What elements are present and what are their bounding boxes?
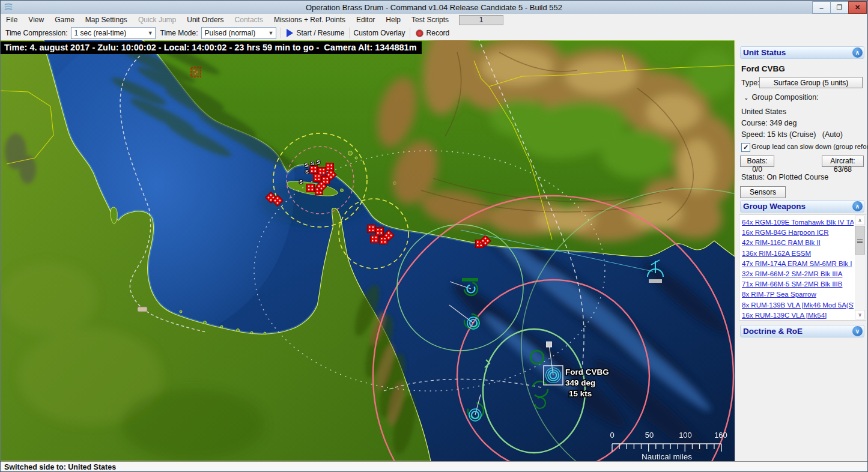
toolbar-separator [281, 28, 281, 38]
scrollbar[interactable]: ∧ ∨ [855, 216, 865, 319]
menu-unit-orders[interactable]: Unit Orders [181, 14, 229, 25]
map-area[interactable]: S S S S S [1, 40, 735, 461]
collapse-up-icon[interactable]: ∧ [852, 47, 863, 58]
minimize-button[interactable]: – [812, 1, 831, 14]
panel-header-group-weapons[interactable]: Group Weapons ∧ [740, 200, 864, 213]
weapon-link[interactable]: 32x RIM-66M-2 SM-2MR Blk IIIA [742, 269, 854, 279]
weapon-link[interactable]: 16x RGM-84G Harpoon ICR [742, 228, 854, 238]
svg-text:S: S [305, 169, 309, 175]
menu-quick-jump: Quick Jump [133, 14, 181, 25]
group-weapons-title: Group Weapons [743, 202, 852, 211]
time-mode-label: Time Mode: [160, 29, 198, 37]
weapon-link[interactable]: 8x RIM-7P Sea Sparrow [742, 289, 854, 300]
chevron-down-icon: ▼ [267, 28, 276, 38]
toolbar: Time Compression: 1 sec (real-time) ▼ Ti… [1, 26, 867, 41]
play-icon[interactable] [287, 29, 293, 37]
test-scripts-counter-field[interactable]: 1 [459, 15, 503, 25]
start-resume-button[interactable]: Start / Resume [297, 29, 345, 37]
status-bar: Switched side to: United States [1, 461, 867, 472]
menu-bar: File View Game Map Settings Quick Jump U… [1, 14, 867, 26]
chevron-down-icon: ⌄ [744, 94, 748, 101]
aircraft-altitude-bar [649, 279, 662, 283]
menu-file[interactable]: File [1, 14, 23, 25]
scroll-down-icon[interactable]: ∨ [855, 310, 865, 319]
window-title: Operation Brass Drum - Command v1.04 Rel… [1, 3, 867, 12]
scrollbar-thumb[interactable] [855, 226, 865, 255]
menu-game[interactable]: Game [49, 14, 80, 25]
svg-text:160: 160 [714, 431, 727, 440]
weapon-link[interactable]: 71x RIM-66M-5 SM-2MR Blk IIIB [742, 279, 854, 289]
maximize-button[interactable]: ❐ [830, 1, 849, 14]
weapon-link[interactable]: 16x RUM-139C VLA [Mk54] [742, 310, 854, 321]
unit-name: Ford CVBG [741, 64, 785, 73]
svg-text:50: 50 [645, 431, 654, 440]
chevron-down-icon: ▼ [146, 28, 155, 38]
collapse-down-icon[interactable]: ∨ [852, 326, 863, 336]
unit-course: Course: 349 deg [741, 119, 797, 127]
svg-text:S: S [305, 162, 308, 168]
record-toggle[interactable]: Record [426, 29, 450, 37]
menu-missions-ref-points[interactable]: Missions + Ref. Points [269, 14, 351, 25]
hostile-reference-area[interactable] [191, 67, 201, 77]
time-compression-select[interactable]: 1 sec (real-time) ▼ [71, 27, 156, 39]
group-composition-label: Group Composition: [751, 93, 818, 101]
svg-text:S: S [317, 159, 320, 165]
sensors-button[interactable]: Sensors [740, 186, 786, 198]
svg-text:Ford CVBG: Ford CVBG [565, 368, 609, 377]
unit-status-line: Status: On Plotted Course [741, 173, 828, 181]
waypoint-marker[interactable] [547, 342, 552, 347]
aircraft-button[interactable]: Aircraft: 63/68 [822, 156, 864, 167]
panel-header-doctrine[interactable]: Doctrine & RoE ∨ [740, 325, 864, 337]
menu-map-settings[interactable]: Map Settings [80, 14, 133, 25]
svg-text:S: S [299, 179, 303, 185]
unit-speed: Speed: 15 kts (Cruise) (Auto) [741, 130, 843, 139]
neutral-ship[interactable] [138, 307, 147, 312]
time-banner: Time: 4. august 2017 - Zulu: 10:00:02 - … [1, 41, 422, 54]
menu-help[interactable]: Help [380, 14, 406, 25]
custom-overlay-button[interactable]: Custom Overlay [354, 29, 405, 37]
record-icon[interactable] [416, 29, 423, 37]
time-mode-value: Pulsed (normal) [205, 29, 267, 37]
menu-editor[interactable]: Editor [351, 14, 380, 25]
doctrine-title: Doctrine & RoE [743, 327, 852, 336]
svg-text:Nautical miles: Nautical miles [642, 452, 692, 461]
svg-text:100: 100 [679, 431, 692, 440]
unit-status-title: Unit Status [743, 48, 852, 57]
time-compression-label: Time Compression: [5, 29, 68, 37]
group-composition-row[interactable]: ⌄Group Composition: [744, 93, 819, 101]
time-compression-value: 1 sec (real-time) [74, 29, 146, 37]
group-weapons-list: 64x RGM-109E Tomahawk Blk IV TACTOM 16x … [739, 214, 866, 321]
svg-text:0: 0 [610, 431, 614, 440]
close-button[interactable]: ✕ [848, 1, 867, 14]
scroll-up-icon[interactable]: ∧ [855, 216, 865, 225]
time-mode-select[interactable]: Pulsed (normal) ▼ [201, 27, 276, 39]
svg-text:15 kts: 15 kts [569, 389, 592, 398]
speed-value: Speed: 15 kts (Cruise) [741, 130, 816, 139]
weapon-link[interactable]: 42x RIM-116C RAM Blk II [742, 238, 854, 248]
group-reform-label: Group lead can slow down (group reform) [751, 143, 868, 150]
type-value-button[interactable]: Surface Group (5 units) [759, 77, 863, 88]
group-reform-checkbox[interactable]: ✓ [741, 143, 750, 152]
title-bar[interactable]: Operation Brass Drum - Command v1.04 Rel… [1, 1, 867, 14]
right-sidebar: Unit Status ∧ Ford CVBG Type: Surface Gr… [735, 40, 868, 461]
status-message: Switched side to: United States [4, 463, 116, 471]
unit-side: United States [741, 107, 786, 116]
weapon-link[interactable]: 47x RIM-174A ERAM SM-6MR Blk I [742, 259, 854, 269]
collapse-up-icon[interactable]: ∧ [852, 201, 863, 211]
svg-text:S: S [311, 160, 314, 166]
svg-text:349 deg: 349 deg [565, 378, 595, 387]
menu-test-scripts[interactable]: Test Scripts [406, 14, 454, 25]
app-window: Operation Brass Drum - Command v1.04 Rel… [0, 0, 868, 472]
speed-auto-flag: (Auto) [822, 130, 843, 139]
menu-view[interactable]: View [23, 14, 49, 25]
toolbar-separator [349, 28, 350, 38]
panel-header-unit-status[interactable]: Unit Status ∧ [740, 46, 864, 59]
map-canvas[interactable]: S S S S S [1, 40, 735, 461]
type-label: Type: [741, 79, 760, 87]
weapon-link[interactable]: 8x RUM-139B VLA [Mk46 Mod 5A(SW)] [742, 300, 854, 310]
boats-button[interactable]: Boats: 0/0 [740, 156, 774, 167]
toolbar-separator [410, 28, 410, 38]
weapon-link[interactable]: 64x RGM-109E Tomahawk Blk IV TACTOM [742, 217, 854, 228]
menu-contacts: Contacts [229, 14, 269, 25]
weapon-link[interactable]: 136x RIM-162A ESSM [742, 249, 854, 259]
